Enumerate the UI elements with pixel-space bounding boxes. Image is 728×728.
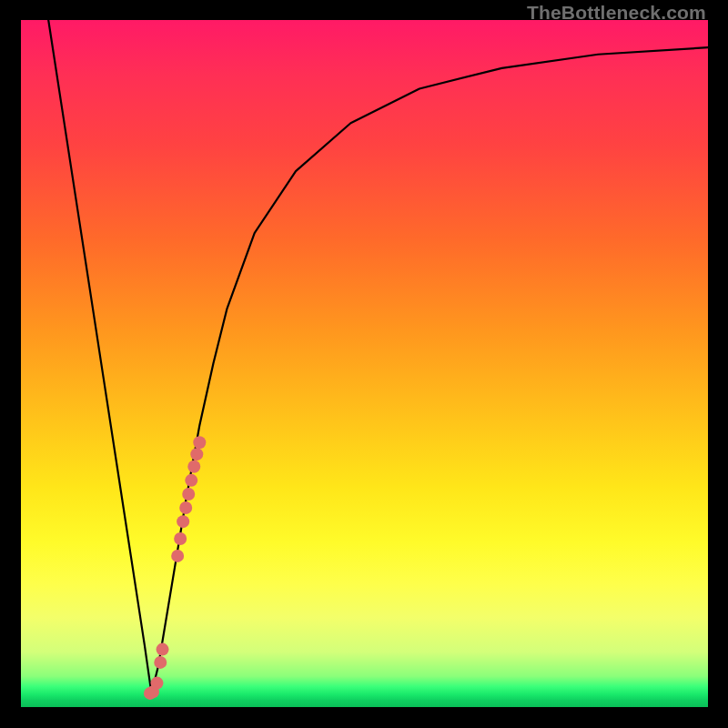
- bottleneck-curve: [48, 20, 708, 693]
- plot-area: [21, 20, 708, 707]
- svg-point-3: [154, 656, 167, 669]
- curve-layer: [21, 20, 708, 707]
- svg-point-13: [193, 436, 206, 449]
- svg-point-11: [187, 460, 200, 473]
- chart-frame: TheBottleneck.com: [0, 0, 728, 728]
- svg-point-7: [177, 515, 189, 528]
- svg-point-8: [179, 501, 192, 514]
- svg-point-6: [174, 532, 187, 545]
- svg-point-2: [150, 677, 163, 690]
- svg-point-5: [171, 550, 184, 562]
- svg-point-12: [190, 448, 203, 460]
- svg-point-4: [157, 643, 169, 656]
- svg-point-10: [185, 474, 197, 487]
- watermark-text: TheBottleneck.com: [527, 2, 706, 24]
- svg-point-9: [182, 488, 195, 500]
